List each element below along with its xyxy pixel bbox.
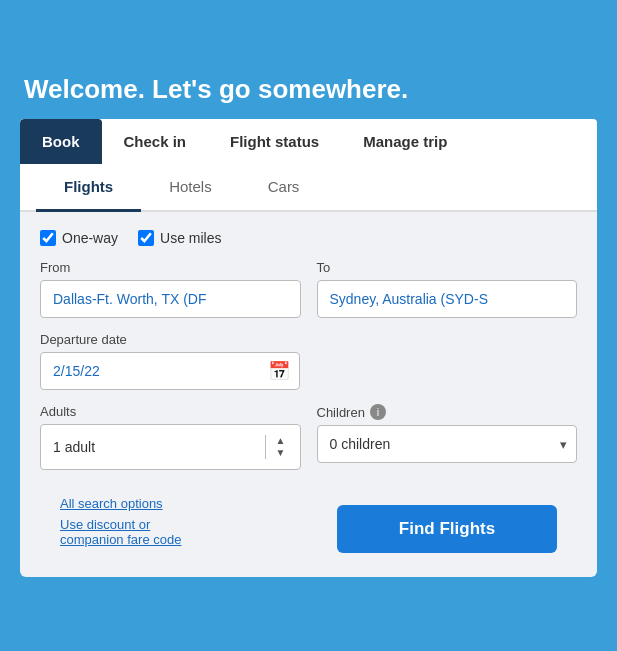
welcome-heading: Welcome. Let's go somewhere. bbox=[20, 74, 597, 105]
to-label: To bbox=[317, 260, 578, 275]
to-field-group: To bbox=[317, 260, 578, 318]
adults-label: Adults bbox=[40, 404, 76, 419]
sub-tabs: Flights Hotels Cars bbox=[20, 164, 597, 212]
one-way-checkbox-label[interactable]: One-way bbox=[40, 230, 118, 246]
adults-value: 1 adult bbox=[53, 439, 95, 455]
adults-label-row: Adults bbox=[40, 404, 301, 419]
tab-checkin[interactable]: Check in bbox=[102, 119, 209, 164]
links-area: All search options Use discount or compa… bbox=[40, 496, 201, 553]
tab-flight-status[interactable]: Flight status bbox=[208, 119, 341, 164]
from-input[interactable] bbox=[40, 280, 301, 318]
subtab-cars[interactable]: Cars bbox=[240, 164, 328, 212]
adults-display[interactable]: 1 adult ▲ ▼ bbox=[40, 424, 301, 470]
use-miles-checkbox-label[interactable]: Use miles bbox=[138, 230, 221, 246]
one-way-label: One-way bbox=[62, 230, 118, 246]
subtab-hotels[interactable]: Hotels bbox=[141, 164, 240, 212]
from-field-group: From bbox=[40, 260, 301, 318]
departure-date-group: Departure date 📅 bbox=[40, 332, 300, 390]
info-icon-text: i bbox=[377, 406, 379, 418]
to-input[interactable] bbox=[317, 280, 578, 318]
outer-container: Welcome. Let's go somewhere. Book Check … bbox=[20, 74, 597, 577]
booking-card: Flights Hotels Cars One-way Use miles Fr… bbox=[20, 164, 597, 577]
one-way-checkbox[interactable] bbox=[40, 230, 56, 246]
adults-group: Adults 1 adult ▲ ▼ bbox=[40, 404, 301, 470]
bottom-row: All search options Use discount or compa… bbox=[20, 496, 597, 553]
use-miles-checkbox[interactable] bbox=[138, 230, 154, 246]
adults-stepper[interactable]: ▲ ▼ bbox=[265, 435, 288, 459]
children-select[interactable]: 0 children 1 child 2 children 3 children bbox=[317, 425, 578, 463]
departure-date-label: Departure date bbox=[40, 332, 300, 347]
from-label: From bbox=[40, 260, 301, 275]
children-label-row: Children i bbox=[317, 404, 578, 420]
children-select-wrapper: 0 children 1 child 2 children 3 children… bbox=[317, 425, 578, 463]
checkbox-row: One-way Use miles bbox=[40, 230, 577, 246]
discount-code-link[interactable]: Use discount or companion fare code bbox=[60, 517, 181, 547]
children-label: Children bbox=[317, 405, 365, 420]
children-info-icon[interactable]: i bbox=[370, 404, 386, 420]
selects-row: Adults 1 adult ▲ ▼ Children i bbox=[40, 404, 577, 470]
departure-date-input[interactable] bbox=[40, 352, 300, 390]
tab-manage-trip[interactable]: Manage trip bbox=[341, 119, 469, 164]
tab-book[interactable]: Book bbox=[20, 119, 102, 164]
all-search-options-link[interactable]: All search options bbox=[60, 496, 181, 511]
children-group: Children i 0 children 1 child 2 children… bbox=[317, 404, 578, 470]
from-to-row: From To bbox=[40, 260, 577, 318]
main-tabs: Book Check in Flight status Manage trip bbox=[20, 119, 597, 164]
adults-decrement[interactable]: ▼ bbox=[274, 447, 288, 459]
find-flights-button[interactable]: Find Flights bbox=[337, 505, 557, 553]
use-miles-label: Use miles bbox=[160, 230, 221, 246]
form-area: One-way Use miles From To Departure bbox=[20, 212, 597, 496]
subtab-flights[interactable]: Flights bbox=[36, 164, 141, 212]
adults-increment[interactable]: ▲ bbox=[274, 435, 288, 447]
date-wrapper: 📅 bbox=[40, 352, 300, 390]
